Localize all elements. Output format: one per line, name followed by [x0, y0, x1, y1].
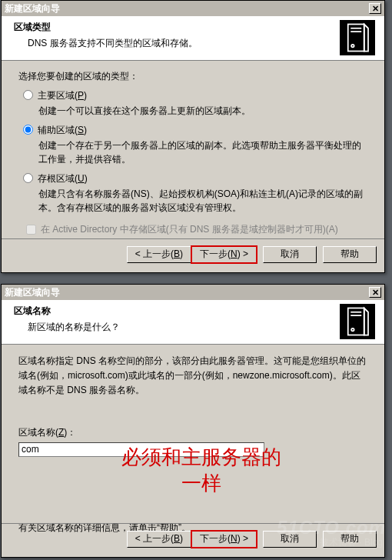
annotation-line2: 一样	[94, 471, 309, 497]
option-primary[interactable]: 主要区域(P)	[23, 89, 367, 102]
radio-primary[interactable]	[23, 90, 33, 100]
option-primary-desc: 创建一个可以直接在这个服务器上更新的区域副本。	[38, 104, 367, 118]
option-secondary-label: 辅助区域(S)	[38, 124, 87, 137]
description-text: 区域名称指定 DNS 名称空间的部分，该部分由此服务器管理。这可能是您组织单位的…	[18, 354, 367, 398]
page-subtitle: DNS 服务器支持不同类型的区域和存储。	[28, 37, 323, 50]
zone-name-input[interactable]	[18, 442, 264, 457]
next-button[interactable]: 下一步(N) >	[191, 531, 257, 548]
option-stub[interactable]: 存根区域(U)	[23, 172, 367, 185]
back-next-group: < 上一步(B) 下一步(N) >	[127, 531, 257, 548]
titlebar: 新建区域向导 ✕	[2, 285, 384, 300]
help-button[interactable]: 帮助	[323, 531, 377, 548]
back-button[interactable]: < 上一步(B)	[127, 531, 191, 548]
radio-secondary[interactable]	[23, 125, 33, 135]
window-title: 新建区域向导	[5, 286, 369, 299]
wizard-zone-type: 新建区域向导 ✕ 区域类型 DNS 服务器支持不同类型的区域和存储。 选择您要创…	[1, 0, 385, 273]
help-button[interactable]: 帮助	[323, 246, 377, 263]
next-button[interactable]: 下一步(N) >	[191, 246, 257, 263]
close-icon[interactable]: ✕	[369, 287, 381, 298]
page-subtitle: 新区域的名称是什么？	[28, 321, 323, 334]
ad-storage-label: 在 Active Directory 中存储区域(只有 DNS 服务器是域控制器…	[41, 223, 338, 236]
body-area: 区域名称指定 DNS 名称空间的部分，该部分由此服务器管理。这可能是您组织单位的…	[2, 345, 384, 535]
svg-point-5	[351, 45, 354, 48]
back-button[interactable]: < 上一步(B)	[127, 246, 191, 263]
ad-storage-row: 在 Active Directory 中存储区域(只有 DNS 服务器是域控制器…	[23, 222, 367, 237]
header-panel: 区域名称 新区域的名称是什么？	[2, 300, 384, 345]
option-primary-label: 主要区域(P)	[38, 89, 87, 102]
zone-name-label: 区域名称(Z)：	[18, 426, 367, 439]
wizard-zone-name: 新建区域向导 ✕ 区域名称 新区域的名称是什么？ 区域名称指定 DNS 名称空间…	[1, 284, 385, 558]
close-icon[interactable]: ✕	[369, 3, 381, 14]
server-icon	[340, 20, 375, 55]
ad-storage-checkbox	[26, 225, 36, 235]
option-secondary[interactable]: 辅助区域(S)	[23, 124, 367, 137]
back-next-group: < 上一步(B) 下一步(N) >	[127, 246, 257, 263]
cancel-button[interactable]: 取消	[263, 531, 317, 548]
page-title: 区域名称	[14, 305, 323, 318]
page-title: 区域类型	[14, 21, 323, 34]
option-secondary-desc: 创建一个存在于另一个服务器上的区域的副本。此选项帮助主服务器平衡处理的工作量，并…	[38, 138, 367, 166]
radio-stub[interactable]	[23, 173, 33, 183]
cancel-button[interactable]: 取消	[263, 246, 317, 263]
body-area: 选择您要创建的区域的类型： 主要区域(P) 创建一个可以直接在这个服务器上更新的…	[2, 61, 384, 237]
titlebar: 新建区域向导 ✕	[2, 1, 384, 16]
option-stub-desc: 创建只含有名称服务器(NS)、起始授权机构(SOA)和粘连主机(A)记录的区域的…	[38, 187, 367, 215]
prompt-text: 选择您要创建的区域的类型：	[18, 70, 367, 83]
header-panel: 区域类型 DNS 服务器支持不同类型的区域和存储。	[2, 16, 384, 61]
option-stub-label: 存根区域(U)	[38, 172, 88, 185]
button-bar: < 上一步(B) 下一步(N) > 取消 帮助	[2, 523, 384, 549]
button-bar: < 上一步(B) 下一步(N) > 取消 帮助	[2, 238, 384, 265]
window-title: 新建区域向导	[5, 2, 369, 15]
server-icon	[340, 304, 375, 339]
svg-point-11	[351, 328, 354, 332]
